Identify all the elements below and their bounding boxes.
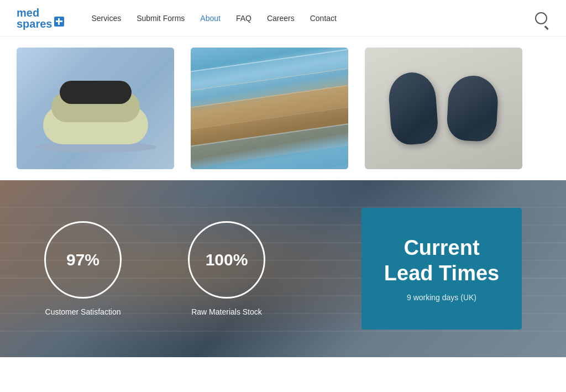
pad-left — [387, 71, 439, 146]
images-section — [0, 36, 566, 180]
nav-faq[interactable]: FAQ — [236, 14, 251, 23]
image-dark-pads — [365, 48, 522, 169]
raw-materials-circle: 100% — [188, 221, 265, 299]
raw-materials-label: Raw Materials Stock — [191, 307, 262, 316]
stats-section: 97% Customer Satisfaction 100% Raw Mater… — [0, 180, 566, 357]
logo-name-line2: spares — [17, 18, 53, 29]
lead-times-subtitle: 9 working days (UK) — [407, 293, 476, 302]
customer-satisfaction-stat: 97% Customer Satisfaction — [44, 221, 122, 316]
lead-times-title: CurrentLead Times — [384, 236, 499, 286]
stats-content: 97% Customer Satisfaction 100% Raw Mater… — [0, 208, 566, 330]
search-button[interactable] — [533, 10, 549, 27]
image-fabric-material — [191, 48, 348, 169]
customer-satisfaction-label: Customer Satisfaction — [45, 307, 121, 316]
customer-satisfaction-value: 97% — [66, 250, 99, 269]
nav-submit-forms[interactable]: Submit Forms — [137, 14, 185, 23]
logo[interactable]: med spares — [17, 7, 64, 29]
image-foam-pads — [17, 48, 174, 169]
main-nav: Services Submit Forms About FAQ Careers … — [92, 14, 533, 23]
lead-times-box: CurrentLead Times 9 working days (UK) — [361, 208, 522, 330]
nav-careers[interactable]: Careers — [267, 14, 295, 23]
logo-name-line1: med — [17, 7, 53, 18]
pad-right — [446, 75, 499, 143]
nav-services[interactable]: Services — [92, 14, 122, 23]
customer-satisfaction-circle: 97% — [44, 221, 122, 299]
nav-about[interactable]: About — [200, 14, 221, 23]
nav-contact[interactable]: Contact — [310, 14, 337, 23]
search-icon — [535, 12, 547, 24]
raw-materials-stat: 100% Raw Materials Stock — [188, 221, 265, 316]
raw-materials-value: 100% — [206, 250, 248, 269]
header: med spares Services Submit Forms About F… — [0, 0, 566, 36]
